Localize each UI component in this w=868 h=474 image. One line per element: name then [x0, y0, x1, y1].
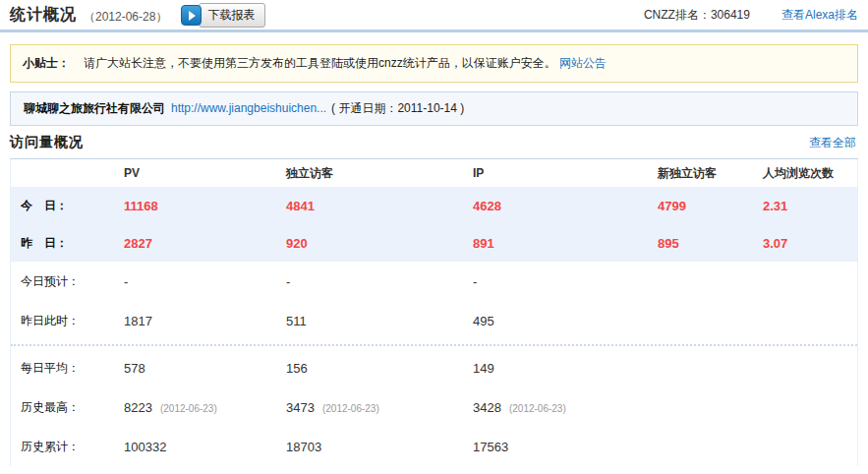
table-row: 历史累计：1003321870317563	[11, 427, 857, 466]
row-label: 历史最高：	[21, 399, 124, 416]
cell-uv: 920	[286, 236, 473, 251]
section-header: 访问量概况 查看全部	[10, 134, 858, 159]
row-label: 昨日此时：	[21, 313, 124, 329]
cell-ip: 891	[473, 236, 625, 251]
cell-uv: 156	[286, 361, 473, 376]
cell-pv: 11168	[124, 199, 286, 213]
cnzz-rank-value: 306419	[711, 8, 750, 22]
table-row: 今 日：111684841462847992.31	[11, 187, 857, 224]
table-row: 昨 日：28279208918953.07	[11, 224, 857, 262]
cell-pv: 8223(2012-06-23)	[124, 400, 286, 415]
cell-avg: 2.31	[733, 199, 857, 213]
visits-table: PV独立访客IP新独立访客人均浏览次数 今 日：1116848414628479…	[10, 159, 858, 466]
section-title: 访问量概况	[10, 134, 84, 151]
cell-pv: 2827	[124, 236, 286, 251]
alexa-rank-link[interactable]: 查看Alexa排名	[781, 7, 858, 24]
cell-ip: 17563	[473, 440, 625, 454]
cell-uv: 18703	[286, 440, 473, 454]
site-notice-link[interactable]: 网站公告	[559, 56, 607, 70]
cell-ip: 149	[473, 361, 625, 376]
table-header-row: PV独立访客IP新独立访客人均浏览次数	[11, 159, 857, 187]
cell-ip: -	[473, 274, 625, 289]
table-row: 历史最高：8223(2012-06-23)3473(2012-06-23)342…	[11, 387, 857, 427]
table-row: 每日平均：578156149	[11, 348, 857, 387]
view-all-link[interactable]: 查看全部	[809, 135, 856, 151]
cell-pv: -	[124, 274, 286, 289]
tip-bar: 小贴士：请广大站长注意，不要使用第三方发布的工具登陆或使用cnzz统计产品，以保…	[10, 44, 858, 83]
row-label: 每日平均：	[21, 360, 124, 377]
record-date: (2012-06-23)	[160, 403, 217, 414]
cell-uv: 511	[286, 314, 473, 328]
site-url-link[interactable]: http://www.jiangbeishuichen...	[171, 101, 326, 115]
record-date: (2012-06-23)	[322, 403, 379, 414]
cnzz-rank: CNZZ排名：306419	[644, 7, 750, 24]
row-label: 昨 日：	[21, 235, 124, 252]
play-icon	[181, 5, 202, 26]
column-header-uv: 独立访客	[286, 165, 473, 182]
row-label: 今日预计：	[21, 273, 124, 290]
cell-uv: 4841	[286, 199, 473, 213]
cell-pv: 100332	[124, 440, 286, 454]
cell-ip: 4628	[473, 199, 625, 213]
tip-text: 请广大站长注意，不要使用第三方发布的工具登陆或使用cnzz统计产品，以保证账户安…	[84, 56, 556, 70]
row-label: 今 日：	[21, 198, 124, 214]
site-name: 聊城聊之旅旅行社有限公司	[24, 101, 165, 115]
page-header: 统计概况 （2012-06-28） 下载报表 CNZZ排名：306419 查看A…	[0, 0, 868, 32]
cell-avg: 3.07	[733, 236, 857, 251]
table-row: 昨日此时：1817511495	[11, 301, 857, 340]
cell-uv: -	[286, 274, 473, 289]
record-date: (2012-06-23)	[509, 403, 566, 414]
cell-uv: 3473(2012-06-23)	[286, 400, 473, 415]
site-info-bar: 聊城聊之旅旅行社有限公司http://www.jiangbeishuichen.…	[10, 91, 858, 126]
cell-pv: 578	[124, 361, 286, 376]
cell-ip: 3428(2012-06-23)	[473, 400, 625, 415]
report-date: （2012-06-28）	[84, 6, 167, 26]
tip-label: 小贴士：	[23, 56, 70, 70]
row-label: 历史累计：	[21, 439, 124, 455]
cnzz-rank-label: CNZZ排名：	[644, 8, 711, 22]
column-header-newuv: 新独立访客	[625, 165, 733, 182]
column-header-pv: PV	[124, 166, 286, 180]
cell-ip: 495	[473, 314, 625, 328]
cell-pv: 1817	[124, 314, 286, 328]
column-header-avg: 人均浏览次数	[733, 165, 857, 182]
cell-newuv: 895	[625, 236, 733, 251]
cnzz-overview-page: 统计概况 （2012-06-28） 下载报表 CNZZ排名：306419 查看A…	[0, 0, 868, 466]
page-title: 统计概况	[10, 5, 77, 26]
download-report-label: 下载报表	[199, 3, 265, 28]
column-header-ip: IP	[473, 166, 625, 180]
table-row: 今日预计：---	[11, 262, 857, 301]
download-report-button[interactable]: 下载报表	[181, 3, 265, 28]
site-open-date: ( 开通日期：2011-10-14 )	[331, 101, 464, 115]
dotted-divider	[11, 344, 857, 346]
cell-newuv: 4799	[625, 199, 733, 213]
table-body: 今 日：111684841462847992.31昨 日：28279208918…	[11, 187, 857, 466]
